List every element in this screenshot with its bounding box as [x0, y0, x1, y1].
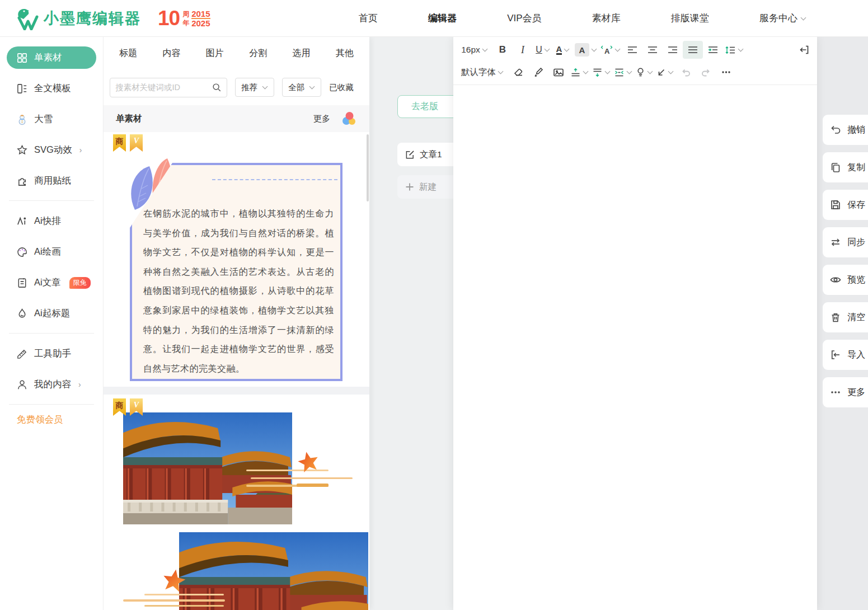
bg-color-button[interactable]: A — [573, 41, 599, 59]
sidebar-item-commercial-stickers[interactable]: 商用贴纸 — [7, 170, 96, 192]
editor-canvas[interactable] — [453, 85, 817, 572]
sidebar-item-ai-article[interactable]: Ai文章 限免 — [7, 271, 96, 294]
sidebar-item-ai-painting[interactable]: Ai绘画 — [7, 241, 96, 263]
align-center-button[interactable] — [642, 41, 663, 59]
side-indent-button[interactable] — [612, 63, 634, 81]
letter-spacing-button[interactable]: A — [599, 41, 622, 59]
scope-dropdown[interactable]: 全部 — [282, 78, 321, 97]
font-size-select[interactable]: 16px — [457, 41, 492, 59]
nav-vip[interactable]: VIP会员 — [507, 12, 541, 25]
editor-workspace: 去老版 文章1 新建 16px B I U — [369, 37, 868, 610]
nav-material-library[interactable]: 素材库 — [592, 12, 621, 25]
nav-typesetting-class[interactable]: 排版课堂 — [671, 12, 709, 25]
material-card-text[interactable]: 商 V 在钢筋水泥的城市中，植物以其独特的生命力与美学价值，成为我们与自然对话的 — [104, 132, 369, 387]
save-action[interactable]: 保存 — [823, 190, 868, 220]
materials-scrollbar-thumb[interactable] — [367, 134, 369, 201]
star-decoration — [297, 451, 320, 473]
align-center-icon — [647, 45, 658, 54]
free-membership-link[interactable]: 免费领会员 — [0, 414, 103, 426]
more-link[interactable]: 更多 — [313, 114, 330, 124]
chevron-down-icon — [482, 47, 488, 53]
tab-selected[interactable]: 选用 — [293, 48, 311, 59]
sync-action[interactable]: 同步 — [823, 227, 868, 257]
nav-home[interactable]: 首页 — [359, 12, 378, 25]
margin-top-button[interactable] — [569, 63, 590, 81]
preview-action[interactable]: 预览 — [823, 265, 868, 295]
bg-color-icon: A — [575, 43, 589, 57]
article-icon — [16, 277, 28, 289]
chevron-down-icon — [262, 85, 268, 90]
sidebar-item-ai-quick-layout[interactable]: Ai快排 — [7, 210, 96, 232]
commercial-badge: 商 — [113, 398, 126, 416]
left-sidebar: 单素材 全文模板 大雪 s SVG动效 › — [0, 37, 104, 610]
indent-button[interactable] — [703, 41, 723, 59]
tab-image[interactable]: 图片 — [206, 48, 224, 59]
corner-arrow-button[interactable] — [655, 63, 675, 81]
nav-service-center[interactable]: 服务中心 — [759, 12, 806, 25]
forbidden-city-photo-1 — [123, 412, 292, 524]
underline-button[interactable]: U — [533, 41, 553, 59]
material-search-box[interactable] — [110, 78, 227, 97]
anniversary-number: 10 — [158, 7, 180, 30]
materials-panel: 标题 内容 图片 分割 选用 其他 推荐 全部 已收藏 — [104, 37, 369, 610]
commercial-badge: 商 — [113, 134, 126, 152]
align-left-button[interactable] — [622, 41, 642, 59]
color-palette-icon[interactable] — [340, 111, 357, 126]
sidebar-item-single-material[interactable]: 单素材 — [7, 46, 96, 69]
bold-button[interactable]: B — [492, 41, 513, 59]
sidebar-item-my-content[interactable]: 我的内容 › — [7, 373, 96, 396]
template-text: 在钢筋水泥的城市中，植物以其独特的生命力与美学价值，成为我们与自然对话的桥梁。植… — [143, 204, 334, 378]
nav-editor[interactable]: 编辑器 — [428, 12, 457, 25]
material-card-images[interactable]: 商 V — [104, 395, 369, 610]
ai-rank-icon — [16, 215, 28, 227]
insert-image-button[interactable] — [548, 63, 569, 81]
sidebar-divider — [9, 200, 94, 201]
chevron-down-icon — [498, 69, 504, 75]
favorites-filter[interactable]: 已收藏 — [329, 82, 354, 93]
sidebar-item-full-template[interactable]: 全文模板 — [7, 77, 96, 100]
brand-logo[interactable]: 小墨鹰编辑器 — [13, 7, 141, 30]
margin-top-icon — [570, 68, 581, 77]
undo-action[interactable]: 撤销 — [823, 115, 868, 145]
clear-format-button[interactable] — [508, 63, 528, 81]
app-root: 小墨鹰编辑器 10 周 2015 年 2025 首页 编辑器 VIP会员 素材库… — [0, 0, 868, 610]
sidebar-item-ai-title[interactable]: Ai起标题 — [7, 302, 96, 325]
line-height-icon — [725, 45, 736, 55]
italic-button[interactable]: I — [513, 41, 533, 59]
sidebar-item-tool-assistant[interactable]: 工具助手 — [7, 342, 96, 365]
editor-toolbar: 16px B I U A A A — [453, 37, 817, 85]
format-painter-button[interactable] — [528, 63, 548, 81]
tab-content[interactable]: 内容 — [162, 48, 180, 59]
material-search-input[interactable] — [115, 83, 212, 92]
sidebar-item-svg-animation[interactable]: s SVG动效 › — [7, 139, 96, 161]
underline-icon: U — [536, 45, 542, 55]
sidebar-item-heavy-snow[interactable]: 大雪 — [7, 108, 96, 130]
font-color-icon: A — [556, 45, 562, 55]
tab-title[interactable]: 标题 — [119, 48, 137, 59]
more-tools-button[interactable] — [716, 63, 736, 81]
align-justify-button[interactable] — [683, 41, 703, 59]
sort-dropdown[interactable]: 推荐 — [235, 78, 274, 97]
highlight-style-button[interactable] — [634, 63, 655, 81]
clear-action[interactable]: 清空 — [823, 302, 868, 332]
line-height-button[interactable] — [723, 41, 745, 59]
side-indent-icon — [614, 68, 625, 77]
copy-action[interactable]: 复制 — [823, 152, 868, 182]
collapse-toolbar-button[interactable] — [794, 41, 814, 59]
font-color-button[interactable]: A — [553, 41, 573, 59]
tab-other[interactable]: 其他 — [336, 48, 354, 59]
redo-button[interactable] — [696, 63, 716, 81]
font-family-select[interactable]: 默认字体 — [457, 63, 508, 81]
margin-bottom-button[interactable] — [590, 63, 612, 81]
search-icon — [212, 82, 222, 92]
user-icon — [16, 379, 28, 391]
align-right-button[interactable] — [663, 41, 683, 59]
letter-spacing-icon: A — [600, 45, 613, 55]
import-action[interactable]: 导入 — [823, 340, 868, 370]
limited-free-badge: 限免 — [69, 277, 91, 289]
anniversary-nian: 年 — [182, 19, 189, 27]
more-action[interactable]: 更多 — [823, 377, 868, 407]
undo-button[interactable] — [675, 63, 696, 81]
materials-section-header: 单素材 更多 — [104, 105, 369, 132]
tab-divider[interactable]: 分割 — [249, 48, 267, 59]
